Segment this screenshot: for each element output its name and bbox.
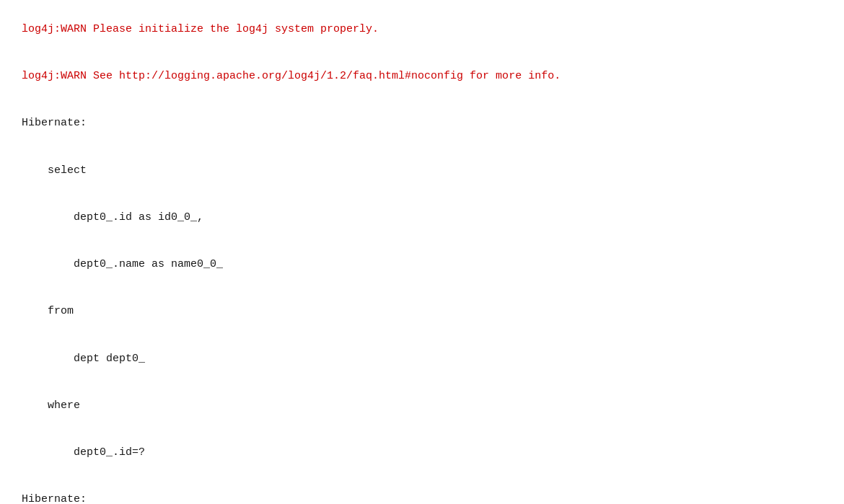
hibernate1-table: dept dept0_: [22, 353, 145, 365]
warn-line-2: log4j:WARN See http://logging.apache.org…: [22, 70, 561, 82]
console-output: log4j:WARN Please initialize the log4j s…: [9, 6, 835, 504]
hibernate1-label: Hibernate:: [22, 117, 87, 129]
hibernate1-condition: dept0_.id=?: [22, 446, 145, 459]
hibernate2-label: Hibernate:: [22, 493, 87, 504]
hibernate1-where: where: [22, 399, 80, 412]
warn-line-1: log4j:WARN Please initialize the log4j s…: [22, 23, 379, 35]
hibernate1-col1: dept0_.id as id0_0_,: [22, 211, 203, 224]
hibernate1-col2: dept0_.name as name0_0_: [22, 258, 223, 270]
hibernate1-select: select: [22, 164, 87, 177]
hibernate1-from: from: [22, 305, 74, 317]
